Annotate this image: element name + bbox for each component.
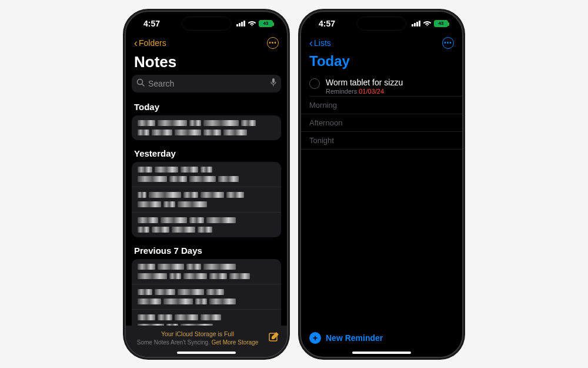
reminder-title: Worm tablet for sizzu bbox=[326, 78, 403, 87]
redacted-text bbox=[138, 264, 275, 270]
redacted-text bbox=[138, 176, 275, 182]
more-button[interactable]: ••• bbox=[267, 37, 279, 49]
back-button[interactable]: ‹ Lists bbox=[309, 38, 331, 48]
note-card[interactable] bbox=[132, 115, 281, 140]
status-bar: 4:57 43 bbox=[126, 12, 287, 35]
status-bar: 4:57 43 bbox=[301, 12, 462, 35]
redacted-text bbox=[138, 201, 275, 207]
reminder-sublabel: Reminders bbox=[326, 88, 357, 95]
redacted-text bbox=[138, 314, 275, 320]
mic-icon[interactable] bbox=[270, 78, 276, 88]
search-icon bbox=[136, 78, 145, 88]
page-title: Today bbox=[301, 51, 462, 74]
empty-space bbox=[301, 150, 462, 326]
nav-bar: ‹ Folders ••• bbox=[126, 35, 287, 51]
note-card[interactable] bbox=[132, 259, 281, 326]
notes-list[interactable]: Today Yesterday Previous 7 Days bbox=[126, 97, 287, 326]
new-reminder-label: New Reminder bbox=[326, 333, 383, 343]
svg-rect-2 bbox=[272, 78, 275, 83]
get-more-storage-link[interactable]: Get More Storage bbox=[212, 339, 258, 346]
redacted-text bbox=[138, 167, 275, 173]
section-morning[interactable]: Morning bbox=[301, 97, 462, 114]
chevron-left-icon: ‹ bbox=[134, 38, 138, 48]
svg-line-1 bbox=[142, 84, 145, 87]
home-indicator[interactable] bbox=[177, 352, 236, 354]
reminder-row[interactable]: Worm tablet for sizzu Reminders 01/03/24 bbox=[301, 74, 462, 96]
section-header-yesterday: Yesterday bbox=[132, 144, 281, 162]
status-time: 4:57 bbox=[319, 19, 335, 28]
battery-icon: 43 bbox=[259, 20, 273, 27]
dynamic-island bbox=[357, 16, 406, 31]
back-label: Lists bbox=[314, 38, 331, 48]
redacted-text bbox=[138, 273, 275, 279]
battery-icon: 43 bbox=[434, 20, 448, 27]
reminders-app-screenshot: 4:57 43 ‹ Lists ••• Today Worm tablet fo… bbox=[300, 11, 463, 358]
section-tonight[interactable]: Tonight bbox=[301, 132, 462, 150]
storage-full-title: Your iCloud Storage is Full bbox=[133, 330, 262, 339]
cellular-icon bbox=[412, 21, 420, 26]
cellular-icon bbox=[236, 21, 245, 26]
status-time: 4:57 bbox=[143, 19, 160, 28]
redacted-text bbox=[138, 289, 275, 295]
storage-full-sub: Some Notes Aren't Syncing. bbox=[137, 339, 210, 346]
redacted-text bbox=[138, 120, 275, 126]
redacted-text bbox=[138, 227, 275, 233]
section-header-today: Today bbox=[132, 97, 281, 115]
chevron-left-icon: ‹ bbox=[309, 38, 313, 48]
redacted-text bbox=[138, 192, 275, 198]
notes-app-screenshot: 4:57 43 ‹ Folders ••• Notes Search Today bbox=[125, 11, 288, 358]
back-label: Folders bbox=[139, 38, 166, 48]
plus-icon: + bbox=[309, 332, 321, 344]
dynamic-island bbox=[182, 16, 231, 31]
search-input[interactable]: Search bbox=[132, 75, 281, 92]
search-placeholder: Search bbox=[148, 79, 174, 88]
nav-bar: ‹ Lists ••• bbox=[301, 35, 462, 51]
note-card[interactable] bbox=[132, 162, 281, 237]
wifi-icon bbox=[248, 19, 256, 28]
redacted-text bbox=[138, 130, 275, 135]
redacted-text bbox=[138, 299, 275, 304]
wifi-icon bbox=[423, 19, 432, 28]
more-button[interactable]: ••• bbox=[442, 37, 454, 49]
home-indicator[interactable] bbox=[352, 352, 411, 354]
compose-button[interactable] bbox=[268, 331, 280, 346]
page-title: Notes bbox=[126, 51, 287, 75]
back-button[interactable]: ‹ Folders bbox=[134, 38, 166, 48]
section-afternoon[interactable]: Afternoon bbox=[301, 114, 462, 132]
redacted-text bbox=[138, 217, 275, 223]
reminder-checkbox[interactable] bbox=[309, 78, 320, 89]
section-header-prev7: Previous 7 Days bbox=[132, 241, 281, 259]
reminder-date: 01/03/24 bbox=[359, 88, 384, 95]
